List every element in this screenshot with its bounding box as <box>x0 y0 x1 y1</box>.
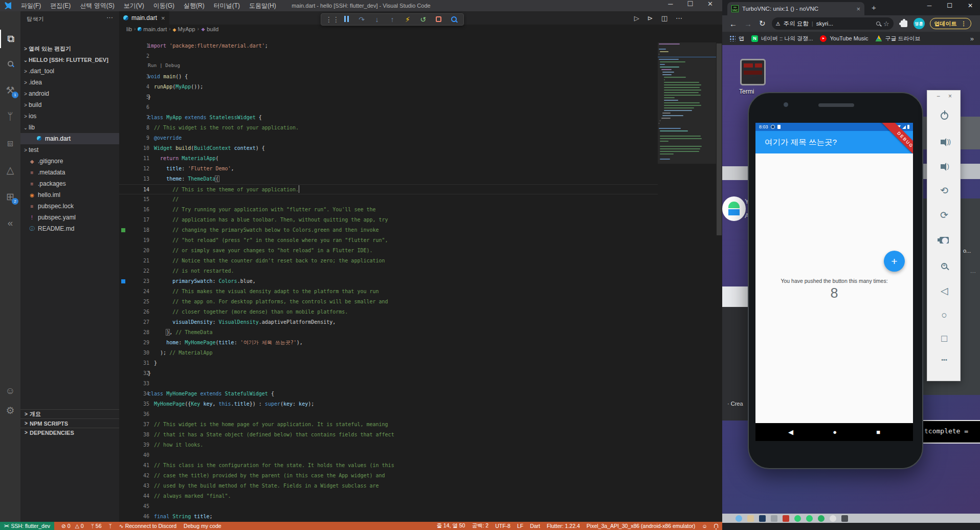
rotate-left-icon[interactable]: ⟲ <box>927 185 961 196</box>
status-discord[interactable]: ∿Reconnect to Discord <box>119 523 176 529</box>
taskbar-app-icon[interactable] <box>759 515 766 522</box>
tree-item-.metadata[interactable]: ≡.metadata <box>20 167 119 178</box>
project-root[interactable]: ⌄ HELLO [SSH: FLUTTER_DEV] <box>20 54 119 65</box>
drag-grip-icon[interactable]: ⋮⋮ <box>325 15 337 24</box>
menu-선택 영역[interactable]: 선택 영역(S) <box>75 0 119 11</box>
maximize-icon[interactable]: ☐ <box>947 2 952 9</box>
step-over-icon[interactable]: ↷ <box>356 15 367 24</box>
nav-back-icon[interactable]: ◀ <box>788 428 793 436</box>
volume-down-icon[interactable] <box>927 160 961 171</box>
status-indentation[interactable]: 공백: 2 <box>472 522 488 529</box>
tree-item-android[interactable]: >android <box>20 88 119 99</box>
taskbar-app-icon[interactable] <box>830 515 836 522</box>
explorer-icon[interactable]: ⧉ <box>0 30 20 48</box>
codelens-run-debug[interactable]: Run | Debug <box>148 62 180 68</box>
power-icon[interactable] <box>927 111 961 122</box>
minimize-icon[interactable]: ─ <box>668 0 673 8</box>
vnc-taskbar[interactable] <box>722 514 980 523</box>
open-editors-section[interactable]: > 열려 있는 편집기 <box>20 43 119 54</box>
taskbar-app-icon[interactable] <box>783 515 789 522</box>
menu-실행[interactable]: 실행(R) <box>179 0 209 11</box>
maximize-icon[interactable]: ☐ <box>687 0 693 8</box>
bookmark-star-icon[interactable]: ☆ <box>883 20 889 28</box>
minimize-icon[interactable]: − <box>937 93 940 100</box>
taskbar-app-icon[interactable] <box>794 515 801 522</box>
step-out-icon[interactable]: ↑ <box>387 15 398 24</box>
status-device[interactable]: Pixel_3a_API_30_x86 (android-x86 emulato… <box>587 523 695 529</box>
test-beaker-icon[interactable]: △ <box>0 161 20 179</box>
bookmark-youtube-music[interactable]: YouTube Music <box>820 35 868 42</box>
tree-item-hello.iml[interactable]: ◉hello.iml <box>20 189 119 201</box>
status-cursor-position[interactable]: 줄 14, 열 50 <box>436 522 465 529</box>
search-icon[interactable] <box>0 54 20 73</box>
status-encoding[interactable]: UTF-8 <box>495 523 510 529</box>
taskbar-app-icon[interactable] <box>806 515 813 522</box>
status-eol[interactable]: LF <box>517 523 523 529</box>
status-language[interactable]: Dart <box>530 523 540 529</box>
security-label[interactable]: 주의 요함 <box>784 20 809 28</box>
emulator-phone[interactable]: 8:03 여기가 제목 쓰는곳? DEBUG You have pushed t… <box>748 92 923 469</box>
status-feedback[interactable]: ☺ <box>702 523 707 529</box>
vnc-desktop[interactable]: Y A · Crea o... ⋯ tcomplete = Termi 8:03 <box>722 45 980 523</box>
tree-item-pubspec.yaml[interactable]: !pubspec.yaml <box>20 212 119 223</box>
breadcrumb-MyApp[interactable]: ◆MyApp <box>173 26 195 32</box>
zoom-icon[interactable] <box>927 260 961 272</box>
tree-item-ios[interactable]: >ios <box>20 111 119 122</box>
bookmark-apps[interactable]: 앱 <box>729 35 744 42</box>
step-into-icon[interactable]: ↓ <box>371 15 383 24</box>
bookmark-google-drive[interactable]: 구글 드라이브 <box>875 35 920 42</box>
menu-파일[interactable]: 파일(F) <box>16 0 46 11</box>
fab-add-button[interactable]: + <box>884 251 905 272</box>
tree-item-.dart_tool[interactable]: >.dart_tool <box>20 65 119 77</box>
more-icon[interactable]: ⋯ <box>676 14 682 22</box>
widget-inspector-icon[interactable] <box>448 15 459 24</box>
tree-item-.idea[interactable]: >.idea <box>20 77 119 88</box>
extensions-puzzle-icon[interactable] <box>901 20 907 27</box>
taskbar-app-icon[interactable] <box>818 515 825 522</box>
phone-screen[interactable]: 8:03 여기가 제목 쓰는곳? DEBUG You have pushed t… <box>755 123 913 441</box>
taskbar-app-icon[interactable] <box>747 515 754 522</box>
taskbar-app-icon[interactable] <box>736 515 742 522</box>
terminal-desktop-icon[interactable] <box>740 59 766 85</box>
code-editor[interactable]: 1import 'package:flutter/material.dart';… <box>119 33 658 522</box>
section-개요[interactable]: >개요 <box>20 409 119 418</box>
minimap[interactable] <box>658 33 716 522</box>
breadcrumb-main.dart[interactable]: main.dart <box>138 26 167 32</box>
tree-item-.gitignore[interactable]: ◆.gitignore <box>20 156 119 167</box>
tree-item-main.dart[interactable]: main.dart <box>20 133 119 144</box>
menu-이동[interactable]: 이동(G) <box>149 0 179 11</box>
reload-icon[interactable]: ↻ <box>759 19 766 28</box>
tree-item-.packages[interactable]: ≡.packages <box>20 178 119 189</box>
run-icon[interactable]: ▷ <box>634 14 639 22</box>
tab-novnc[interactable]: noVNC TurboVNC: unix:1 () - noVNC × <box>727 2 864 15</box>
profile-avatar[interactable]: 영훈 <box>914 18 925 29</box>
nav-overview-icon[interactable]: ■ <box>876 428 880 436</box>
menu-보기[interactable]: 보기(V) <box>119 0 149 11</box>
more-icon[interactable]: ••• <box>927 357 961 363</box>
debug-alt-icon[interactable]: ⊳ <box>648 14 653 22</box>
sidebar-actions-icon[interactable]: ··· <box>106 13 113 21</box>
status-notifications-bell[interactable] <box>714 524 718 528</box>
editor-scrollbar[interactable] <box>716 33 722 522</box>
back-icon[interactable]: ← <box>729 19 737 28</box>
close-icon[interactable]: × <box>948 93 952 100</box>
hot-reload-icon[interactable]: ⚡ <box>402 15 413 24</box>
tree-item-lib[interactable]: ⌄lib <box>20 122 119 133</box>
tab-main-dart[interactable]: main.dart × <box>119 11 169 25</box>
status-antenna[interactable]: ᛘ56 <box>91 523 102 529</box>
minimize-icon[interactable]: ─ <box>927 2 932 9</box>
tree-item-build[interactable]: >build <box>20 99 119 111</box>
restart-icon[interactable]: ↺ <box>417 15 429 24</box>
status-flutter-version[interactable]: Flutter: 1.22.4 <box>547 523 580 529</box>
close-icon[interactable]: ✕ <box>968 2 973 9</box>
tree-item-pubspec.lock[interactable]: ≡pubspec.lock <box>20 201 119 212</box>
close-icon[interactable]: ✕ <box>707 0 713 8</box>
status-problems[interactable]: ⊘0△0 <box>61 523 84 529</box>
nav-home-icon[interactable]: ● <box>833 428 837 436</box>
tools-icon[interactable]: ⚒1 <box>0 81 20 99</box>
status-fork[interactable]: ᛉ <box>109 523 112 529</box>
remote-indicator[interactable]: ><SSH: flutter_dev <box>0 522 54 530</box>
screenshot-icon[interactable] <box>927 235 961 246</box>
status-debug-my-code[interactable]: Debug my code <box>184 523 221 529</box>
breadcrumb-lib[interactable]: lib <box>126 26 132 32</box>
